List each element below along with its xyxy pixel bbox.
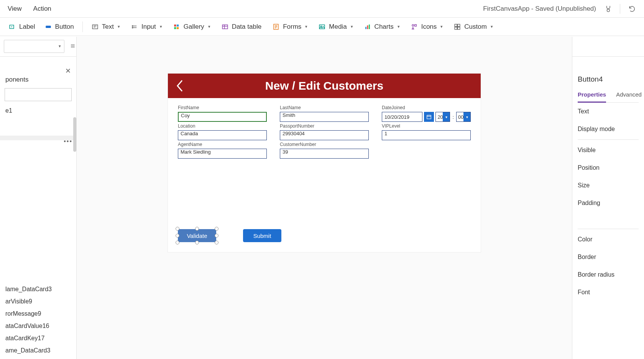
icons-icon (411, 23, 418, 31)
top-menu-right: FirstCanvasApp - Saved (Unpublished) (483, 4, 636, 14)
menu-action[interactable]: Action (33, 5, 51, 13)
charts-icon (364, 23, 371, 31)
canvas-area: New / Edit Customers FirstName Coy LastN… (77, 37, 572, 57)
svg-rect-16 (369, 25, 370, 29)
svg-rect-9 (177, 27, 179, 29)
svg-rect-20 (458, 24, 460, 26)
insert-ribbon: Label Button Text▾ Input▾ Gallery▾ Data … (0, 18, 644, 36)
custom-icon (453, 23, 461, 31)
ribbon-custom-label: Custom (464, 23, 487, 31)
main-area: ✕ ponents e1 ••• lame_DataCard3 arVisibl… (0, 37, 644, 57)
ribbon-datatable[interactable]: Data table (217, 21, 266, 33)
ribbon-custom[interactable]: Custom▾ (449, 21, 498, 33)
menu-view[interactable]: View (8, 5, 22, 13)
top-menu-left: View Action (8, 5, 51, 13)
chevron-down-icon: ▾ (491, 24, 493, 29)
ribbon-forms-label: Forms (283, 23, 301, 31)
top-menu-bar: View Action FirstCanvasApp - Saved (Unpu… (0, 0, 644, 18)
ribbon-text[interactable]: Text▾ (87, 21, 125, 33)
ribbon-media-label: Media (329, 23, 347, 31)
svg-rect-15 (367, 25, 368, 29)
forms-icon (272, 23, 280, 31)
ribbon-charts-label: Charts (375, 23, 394, 31)
tree-view-panel: ✕ ponents e1 ••• lame_DataCard3 arVisibl… (0, 37, 77, 57)
ribbon-label[interactable]: Label (4, 21, 40, 33)
svg-rect-22 (458, 27, 460, 29)
svg-rect-7 (177, 25, 179, 26)
text-icon (91, 23, 99, 31)
app-status-label: FirstCanvasApp - Saved (Unpublished) (483, 5, 596, 13)
svg-rect-14 (365, 27, 366, 29)
properties-panel: Button4 Properties Advanced Text Display… (572, 37, 644, 57)
svg-point-0 (607, 9, 610, 11)
label-icon (8, 23, 16, 31)
app-checker-icon[interactable] (604, 5, 612, 13)
ribbon-icons[interactable]: Icons▾ (406, 21, 448, 33)
ribbon-gallery[interactable]: Gallery▾ (168, 21, 215, 33)
button-icon (44, 23, 52, 31)
top-divider-icon (620, 4, 620, 14)
ribbon-button-text: Button (55, 23, 74, 31)
ribbon-text-label: Text (102, 23, 114, 31)
chevron-down-icon: ▾ (160, 24, 162, 29)
svg-rect-21 (455, 27, 457, 29)
svg-rect-8 (174, 27, 176, 29)
svg-rect-2 (46, 26, 51, 28)
input-icon (131, 23, 138, 31)
gallery-icon (173, 23, 181, 31)
ribbon-charts[interactable]: Charts▾ (359, 21, 404, 33)
chevron-down-icon: ▾ (351, 24, 353, 29)
svg-rect-6 (174, 25, 176, 26)
ribbon-media[interactable]: Media▾ (314, 21, 357, 33)
chevron-down-icon: ▾ (208, 24, 210, 29)
ribbon-input[interactable]: Input▾ (126, 21, 167, 33)
svg-point-4 (132, 25, 133, 26)
chevron-down-icon: ▾ (398, 24, 400, 29)
svg-rect-19 (455, 24, 457, 26)
chevron-down-icon: ▾ (305, 24, 307, 29)
svg-rect-10 (222, 25, 228, 29)
media-icon (318, 23, 326, 31)
chevron-down-icon: ▾ (440, 24, 443, 29)
undo-icon[interactable] (628, 5, 636, 13)
ribbon-datatable-label: Data table (232, 23, 262, 31)
svg-point-5 (132, 27, 133, 28)
svg-rect-18 (414, 25, 416, 26)
chevron-down-icon: ▾ (118, 24, 120, 29)
svg-point-17 (412, 25, 414, 26)
ribbon-icons-label: Icons (421, 23, 437, 31)
datatable-icon (221, 23, 229, 31)
ribbon-label-text: Label (19, 23, 35, 31)
ribbon-gallery-label: Gallery (184, 23, 204, 31)
ribbon-forms[interactable]: Forms▾ (268, 21, 312, 33)
ribbon-input-label: Input (141, 23, 156, 31)
ribbon-divider-1 (82, 21, 83, 32)
ribbon-button[interactable]: Button (40, 21, 79, 33)
